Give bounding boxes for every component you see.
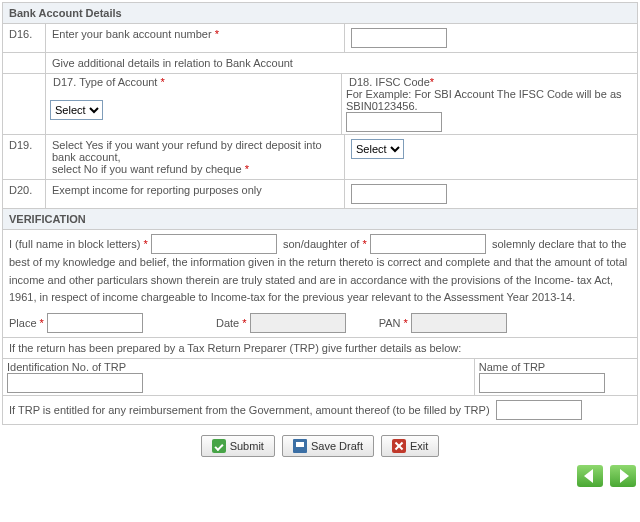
check-icon <box>212 439 226 453</box>
d19-label-cell: Select Yes if you want your refund by di… <box>46 135 345 180</box>
d16-req: * <box>215 28 219 40</box>
trp-reimb-label: If TRP is entitled for any reimbursement… <box>9 404 490 416</box>
parent-name-input[interactable] <box>370 234 486 254</box>
d18-req: * <box>430 76 434 88</box>
refund-mode-select[interactable]: Select <box>351 139 404 159</box>
d18-label: D18. IFSC Code <box>349 76 430 88</box>
trp-id-input[interactable] <box>7 373 143 393</box>
place-input[interactable] <box>47 313 143 333</box>
pan-input[interactable] <box>411 313 507 333</box>
verif-text-a: I (full name in block letters) <box>9 238 140 250</box>
d20-num: D20. <box>3 180 46 209</box>
save-label: Save Draft <box>311 440 363 452</box>
additional-details-label: Give additional details in relation to B… <box>46 53 638 74</box>
trp-name-input[interactable] <box>479 373 605 393</box>
verification-header: VERIFICATION <box>3 209 638 230</box>
d20-label: Exempt income for reporting purposes onl… <box>46 180 345 209</box>
d18-hint: For Example: For SBI Account The IFSC Co… <box>346 88 622 112</box>
d16-num: D16. <box>3 24 46 53</box>
date-label: Date <box>216 317 239 329</box>
next-button[interactable] <box>610 465 636 487</box>
d19-req: * <box>245 163 249 175</box>
bank-account-number-input[interactable] <box>351 28 447 48</box>
bank-section-header: Bank Account Details <box>3 3 638 24</box>
place-label: Place <box>9 317 37 329</box>
submit-button[interactable]: Submit <box>201 435 275 457</box>
button-row: Submit Save Draft Exit <box>0 427 640 465</box>
trp-reimb-input[interactable] <box>496 400 582 420</box>
bank-account-form: Bank Account Details D16. Enter your ban… <box>2 2 638 425</box>
full-name-input[interactable] <box>151 234 277 254</box>
trp-intro: If the return has been prepared by a Tax… <box>3 337 638 358</box>
trp-name-label: Name of TRP <box>479 361 545 373</box>
d18-cell: D18. IFSC Code* For Example: For SBI Acc… <box>342 74 637 134</box>
d17-cell: D17. Type of Account * Select <box>46 74 342 134</box>
trp-id-label: Identification No. of TRP <box>7 361 126 373</box>
ifsc-code-input[interactable] <box>346 112 442 132</box>
prev-button[interactable] <box>577 465 603 487</box>
d19-input-cell: Select <box>345 135 638 180</box>
close-icon <box>392 439 406 453</box>
trp-id-cell: Identification No. of TRP <box>3 359 475 395</box>
verif-text-b: son/daughter of <box>283 238 359 250</box>
d17-req: * <box>161 76 165 88</box>
d16-label-cell: Enter your bank account number * <box>46 24 345 53</box>
trp-name-cell: Name of TRP <box>475 359 637 395</box>
d19-line2: select No if you want refund by cheque <box>52 163 242 175</box>
nav-row <box>0 465 638 495</box>
d16-input-cell <box>345 24 638 53</box>
date-input[interactable] <box>250 313 346 333</box>
exit-label: Exit <box>410 440 428 452</box>
d17-label: D17. Type of Account <box>53 76 157 88</box>
exit-button[interactable]: Exit <box>381 435 439 457</box>
save-draft-button[interactable]: Save Draft <box>282 435 374 457</box>
d19-num: D19. <box>3 135 46 180</box>
d20-input-cell <box>345 180 638 209</box>
floppy-icon <box>293 439 307 453</box>
pan-label: PAN <box>379 317 401 329</box>
d19-line1: Select Yes if you want your refund by di… <box>52 139 322 163</box>
trp-reimb-row: If TRP is entitled for any reimbursement… <box>3 395 638 424</box>
account-type-select[interactable]: Select <box>50 100 103 120</box>
d16-label: Enter your bank account number <box>52 28 212 40</box>
exempt-income-input[interactable] <box>351 184 447 204</box>
verification-declaration: I (full name in block letters) * son/dau… <box>3 230 638 338</box>
submit-label: Submit <box>230 440 264 452</box>
